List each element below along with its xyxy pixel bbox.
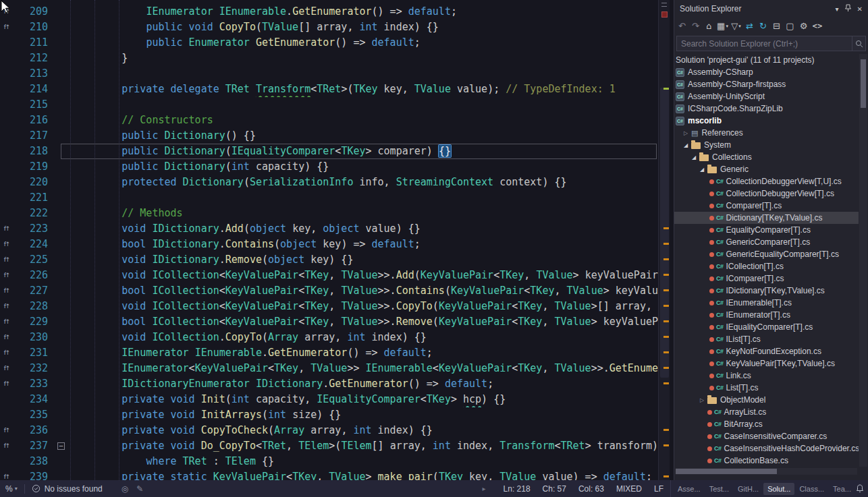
line-number[interactable]: 213	[13, 66, 51, 82]
collapse-all-icon[interactable]: ⊟	[771, 20, 782, 32]
splitter-grip-icon[interactable]	[661, 3, 667, 7]
encoding-indicator[interactable]: MIXED	[616, 484, 642, 494]
tree-item[interactable]: C#IEnumerator[T].cs	[674, 309, 859, 321]
line-number[interactable]: 238	[13, 454, 51, 469]
override-margin-icon[interactable]: f↑	[0, 314, 13, 330]
tree-item[interactable]: C#Dictionary[TKey,TValue].cs	[674, 212, 859, 224]
override-margin-icon[interactable]: f↑	[0, 361, 13, 376]
tree-item[interactable]: C#CollectionBase.cs	[674, 455, 859, 467]
tree-item[interactable]: C#BitArray.cs	[674, 418, 859, 430]
line-number[interactable]: 209	[13, 4, 51, 20]
scrollbar-thumb[interactable]	[660, 88, 669, 378]
tree-item[interactable]: Solution 'project-gui' (11 of 11 project…	[674, 54, 859, 66]
line-number[interactable]: 211	[13, 35, 51, 51]
editor-vertical-scrollbar[interactable]	[658, 0, 670, 480]
override-margin-icon[interactable]: f↑	[0, 469, 13, 480]
line-number[interactable]: 219	[13, 159, 51, 175]
code-line[interactable]: 214 private delegate TRet Transform<TRet…	[0, 82, 658, 97]
search-input[interactable]	[677, 39, 852, 49]
column-indicator[interactable]: Col: 63	[578, 484, 604, 494]
tree-item[interactable]: C#Assembly-UnityScript	[674, 90, 859, 103]
line-number[interactable]: 215	[13, 97, 51, 113]
tree-item[interactable]: ▷ObjectModel	[674, 394, 859, 406]
tree-item[interactable]: C#EqualityComparer[T].cs	[674, 224, 859, 236]
tree-item[interactable]: C#IEqualityComparer[T].cs	[674, 321, 859, 333]
tree-item[interactable]: C#KeyNotFoundException.cs	[674, 345, 859, 357]
collapse-arrow-icon[interactable]: ◢	[684, 142, 691, 148]
code-line[interactable]: f↑227 bool ICollection<KeyValuePair<TKey…	[0, 283, 658, 299]
override-margin-icon[interactable]: f↑	[0, 252, 13, 268]
tool-window-tab[interactable]: Solut...	[763, 483, 794, 495]
fold-collapse-icon[interactable]: −	[57, 442, 65, 450]
switch-views-icon[interactable]: ▦▾	[717, 20, 728, 32]
tree-item[interactable]: C#IComparer[T].cs	[674, 272, 859, 285]
tree-item[interactable]: C#GenericEqualityComparer[T].cs	[674, 248, 859, 260]
tree-item[interactable]: C#ArrayList.cs	[674, 406, 859, 418]
tree-item[interactable]: C#IEnumerable[T].cs	[674, 297, 859, 309]
code-line[interactable]: f↑226 void ICollection<KeyValuePair<TKey…	[0, 268, 658, 283]
tree-item[interactable]: ◢System	[674, 139, 859, 151]
panel-vertical-scrollbar[interactable]	[859, 54, 867, 467]
code-line[interactable]: 222 // Methods	[0, 206, 658, 221]
line-number[interactable]: 216	[13, 113, 51, 128]
tree-item[interactable]: C#GenericComparer[T].cs	[674, 236, 859, 248]
code-line[interactable]: f↑230 void ICollection.CopyTo(Array arra…	[0, 330, 658, 345]
code-line[interactable]: 221	[0, 190, 658, 206]
back-icon[interactable]: ↶	[676, 20, 688, 32]
line-number[interactable]: 226	[13, 268, 51, 283]
line-number[interactable]: 229	[13, 314, 51, 330]
code-line[interactable]: 238 where TRet : TElem {}	[0, 454, 658, 469]
code-line[interactable]: f↑237− private void Do_CopyTo<TRet, TEle…	[0, 438, 658, 454]
edit-icon[interactable]: ✎	[136, 484, 143, 494]
collapse-arrow-icon[interactable]: ◢	[700, 167, 707, 173]
tree-item[interactable]: C#CaseInsensitiveComparer.cs	[674, 430, 859, 442]
tree-item[interactable]: C#mscorlib	[674, 115, 859, 127]
code-line[interactable]: f↑225 void IDictionary.Remove(object key…	[0, 252, 658, 268]
code-editor[interactable]: f↑209 IEnumerator IEnumerable.GetEnumera…	[0, 0, 658, 480]
filter-icon[interactable]: ▽▾	[730, 20, 742, 32]
line-number[interactable]: 237	[13, 438, 51, 454]
line-number[interactable]: 227	[13, 283, 51, 299]
line-number[interactable]: 230	[13, 330, 51, 345]
pin-icon[interactable]	[845, 4, 851, 13]
line-ending-indicator[interactable]: LF	[654, 484, 663, 494]
suggestions-icon[interactable]: ◎	[121, 484, 128, 494]
panel-title-bar[interactable]: Solution Explorer ▾ ✕	[674, 0, 868, 18]
forward-icon[interactable]: ↷	[690, 20, 701, 32]
notifications-bell-icon[interactable]	[856, 484, 865, 494]
line-number[interactable]: 239	[13, 469, 51, 480]
tree-item[interactable]: C#CollectionDebuggerView[T,U].cs	[674, 175, 859, 187]
home-icon[interactable]: ⌂	[703, 20, 715, 32]
tree-item[interactable]: ◢Collections	[674, 151, 859, 163]
code-line[interactable]: 216 // Constructors	[0, 113, 658, 128]
tree-item[interactable]: C#IDictionary[TKey,TValue].cs	[674, 285, 859, 297]
line-number[interactable]: 232	[13, 361, 51, 376]
code-line[interactable]: 213	[0, 66, 658, 82]
code-line[interactable]: f↑239 private static KeyValuePair<TKey, …	[0, 469, 658, 480]
collapse-arrow-icon[interactable]: ◢	[692, 154, 699, 160]
code-line[interactable]: f↑232 IEnumerator<KeyValuePair<TKey, TVa…	[0, 361, 658, 376]
line-number[interactable]: 225	[13, 252, 51, 268]
line-number[interactable]: 228	[13, 299, 51, 314]
override-margin-icon[interactable]: f↑	[0, 345, 13, 361]
tree-item[interactable]: C#Assembly-CSharp-firstpass	[674, 78, 859, 90]
tree-item[interactable]: C#Link.cs	[674, 370, 859, 382]
line-number[interactable]: 214	[13, 82, 51, 97]
tree-item[interactable]: C#KeyValuePair[TKey,TValue].cs	[674, 357, 859, 370]
close-icon[interactable]: ✕	[857, 5, 863, 13]
override-margin-icon[interactable]: f↑	[0, 221, 13, 237]
tree-item[interactable]: C#ICSharpCode.SharpZipLib	[674, 103, 859, 115]
tool-window-tab[interactable]: Tea...	[829, 483, 855, 495]
window-position-icon[interactable]: ▾	[836, 5, 839, 13]
line-number[interactable]: 222	[13, 206, 51, 221]
show-all-files-icon[interactable]: ▢	[784, 20, 796, 32]
line-number[interactable]: 233	[13, 376, 51, 392]
override-margin-icon[interactable]: f↑	[0, 299, 13, 314]
code-line[interactable]: 215	[0, 97, 658, 113]
line-number[interactable]: 212	[13, 51, 51, 66]
override-margin-icon[interactable]: f↑	[0, 283, 13, 299]
override-margin-icon[interactable]: f↑	[0, 376, 13, 392]
code-line[interactable]: f↑223 void IDictionary.Add(object key, o…	[0, 221, 658, 237]
line-number[interactable]: 236	[13, 423, 51, 438]
expand-arrow-icon[interactable]: ▷	[700, 397, 707, 403]
